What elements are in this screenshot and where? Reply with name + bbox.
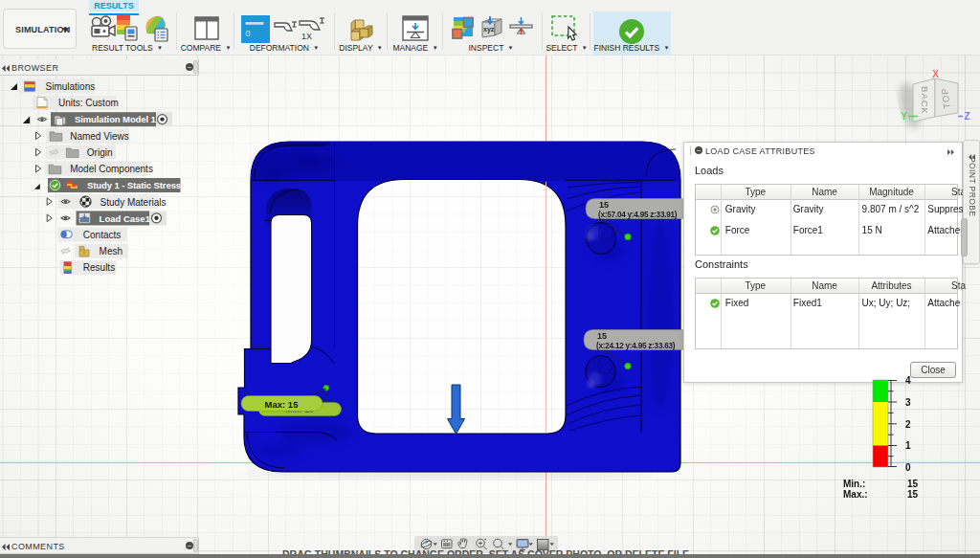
svg-text:15: 15 xyxy=(599,200,609,210)
svg-text:3: 3 xyxy=(905,397,911,408)
svg-text:4: 4 xyxy=(905,375,911,386)
svg-text:Named Views: Named Views xyxy=(70,131,129,142)
svg-text:15: 15 xyxy=(597,331,607,341)
svg-text:0: 0 xyxy=(905,462,911,473)
svg-text:Results: Results xyxy=(83,262,115,273)
svg-text:0: 0 xyxy=(246,29,251,38)
svg-text:Units: Custom: Units: Custom xyxy=(58,98,119,108)
svg-text:Model Components: Model Components xyxy=(70,164,153,174)
svg-text:Study 1 - Static Stress: Study 1 - Static Stress xyxy=(87,180,181,190)
svg-text:(x:57.04 y:4.95 z:33.91): (x:57.04 y:4.95 z:33.91) xyxy=(598,211,678,219)
svg-text:Contacts: Contacts xyxy=(83,230,121,240)
svg-text:15: 15 xyxy=(907,479,919,489)
svg-text:Load Case1: Load Case1 xyxy=(100,213,151,224)
svg-text:Origin: Origin xyxy=(87,147,113,158)
svg-text:1X: 1X xyxy=(301,32,312,40)
svg-text:Min.:: Min.: xyxy=(843,479,865,489)
svg-text:X: X xyxy=(932,69,939,79)
svg-text:xyz: xyz xyxy=(483,26,495,33)
svg-text:BACK: BACK xyxy=(920,86,930,115)
svg-text:Max.:: Max.: xyxy=(843,489,868,500)
svg-text:1: 1 xyxy=(905,440,911,451)
svg-text:Simulation Model 1: Simulation Model 1 xyxy=(75,114,157,124)
svg-text:Max: 15: Max: 15 xyxy=(265,399,300,410)
svg-text:Z: Z xyxy=(964,111,969,122)
svg-text:Study Materials: Study Materials xyxy=(100,197,167,208)
svg-text:(x:24.12 y:4.95 z:33.63): (x:24.12 y:4.95 z:33.63) xyxy=(596,342,676,350)
svg-text:Simulations: Simulations xyxy=(46,81,96,92)
svg-text:Y: Y xyxy=(901,111,907,122)
svg-text:Mesh: Mesh xyxy=(100,246,122,257)
svg-text:2: 2 xyxy=(905,419,911,430)
svg-text:15: 15 xyxy=(907,489,919,500)
svg-text:TOP: TOP xyxy=(939,87,951,109)
